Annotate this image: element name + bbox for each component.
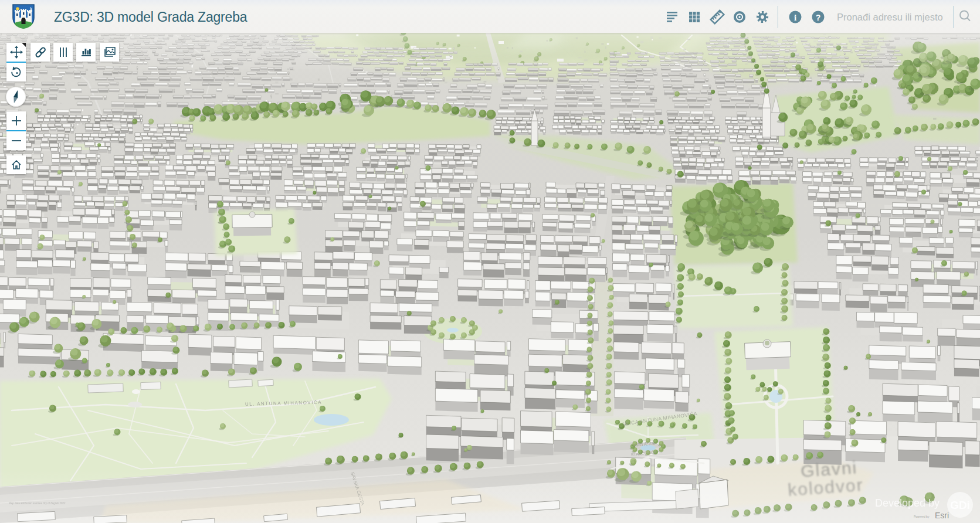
- svg-text:?: ?: [816, 13, 821, 22]
- svg-text:i: i: [794, 13, 796, 22]
- svg-text:Pronađi adresu ili mjesto: Pronađi adresu ili mjesto: [837, 12, 943, 22]
